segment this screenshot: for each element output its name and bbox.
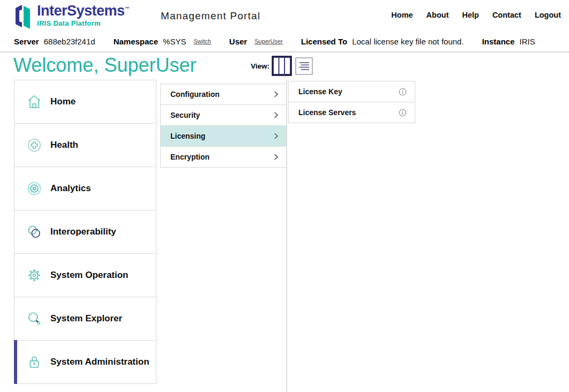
sidebar-item-health[interactable]: Health <box>14 123 156 167</box>
info-icon[interactable] <box>399 88 407 96</box>
column-divider-faint <box>283 168 283 392</box>
list-view-icon <box>295 57 313 75</box>
server-value: 688eb23f241d <box>44 37 95 46</box>
licensing-panel: License Key License Servers <box>288 81 415 123</box>
nav-about-link[interactable]: About <box>426 11 449 19</box>
nav-logout-link[interactable]: Logout <box>535 11 561 19</box>
nav-contact-link[interactable]: Contact <box>492 11 521 19</box>
licensed-to-value: Local license key file not found. <box>352 37 463 46</box>
namespace-value: %SYS <box>163 37 186 46</box>
home-icon <box>26 94 42 110</box>
instance-value: IRIS <box>519 37 535 46</box>
top-nav: Home About Help Contact Logout <box>391 11 561 19</box>
health-icon <box>26 137 42 153</box>
submenu-item-security[interactable]: Security <box>160 104 287 126</box>
sidebar-item-label: Health <box>50 140 78 150</box>
columns-view-icon <box>272 56 292 76</box>
server-info: Server 688eb23f241d <box>14 37 95 46</box>
submenu-item-label: Licensing <box>170 132 205 140</box>
submenu-item-encryption[interactable]: Encryption <box>160 146 287 168</box>
namespace-switch-link[interactable]: Switch <box>193 38 211 44</box>
chevron-right-icon <box>274 91 279 98</box>
view-label: View: <box>251 62 269 70</box>
licensed-to-info: Licensed To Local license key file not f… <box>301 37 464 46</box>
submenu-item-label: Encryption <box>170 153 209 161</box>
brand-subtitle: IRIS Data Platform <box>37 20 130 27</box>
sidebar-item-label: System Administration <box>50 357 149 367</box>
page-title: Management Portal <box>161 10 260 22</box>
chevron-right-icon <box>274 111 279 119</box>
logo-text: InterSystems™ IRIS Data Platform <box>37 4 130 27</box>
nav-home-link[interactable]: Home <box>391 11 413 19</box>
namespace-label: Namespace <box>114 37 158 46</box>
chevron-right-icon <box>274 132 279 140</box>
sidebar-item-label: System Explorer <box>50 313 122 324</box>
column-divider <box>286 80 287 392</box>
user-info: User SuperUser <box>229 37 283 46</box>
info-icon[interactable] <box>399 109 407 117</box>
user-label: User <box>229 37 247 46</box>
user-profile-link[interactable]: SuperUser <box>254 38 283 44</box>
sidebar-item-label: Interoperability <box>50 227 116 237</box>
system-administration-submenu: Configuration Security Licensing Encrypt… <box>160 84 287 168</box>
instance-label: Instance <box>482 37 515 46</box>
brand-trademark: ™ <box>125 6 130 11</box>
intersystems-logo-mark-icon <box>14 4 33 29</box>
chevron-right-icon <box>274 153 279 161</box>
sidebar-item-system-operation[interactable]: System Operation <box>14 253 156 297</box>
sidebar-item-analytics[interactable]: Analytics <box>14 167 156 210</box>
brand-name: InterSystems <box>37 3 125 19</box>
sidebar-item-system-explorer[interactable]: System Explorer <box>14 297 156 341</box>
selected-indicator <box>14 340 17 384</box>
sidebar-item-system-administration[interactable]: System Administration <box>14 340 156 384</box>
nav-help-link[interactable]: Help <box>462 11 478 19</box>
sidebar-item-interoperability[interactable]: Interoperability <box>14 210 156 254</box>
welcome-heading: Welcome, SuperUser <box>13 54 196 77</box>
sidebar-item-home[interactable]: Home <box>14 80 156 124</box>
analytics-icon <box>26 180 42 197</box>
intersystems-logo[interactable]: InterSystems™ IRIS Data Platform <box>14 4 130 29</box>
main-menu: Home Health Analytics <box>14 80 156 384</box>
sidebar-item-label: Analytics <box>50 183 91 194</box>
header-divider <box>0 51 569 52</box>
server-label: Server <box>14 37 39 46</box>
submenu-item-label: Configuration <box>170 90 220 99</box>
submenu-item-label: Security <box>170 111 200 119</box>
panel-item-label: License Servers <box>298 108 356 117</box>
sidebar-item-label: System Operation <box>50 270 129 281</box>
instance-info: Instance IRIS <box>482 37 535 46</box>
system-operation-icon <box>26 267 42 283</box>
panel-item-license-key[interactable]: License Key <box>288 81 415 102</box>
namespace-info: Namespace %SYS Switch <box>114 37 211 46</box>
sidebar-item-label: Home <box>50 96 76 107</box>
submenu-item-licensing[interactable]: Licensing <box>160 125 287 147</box>
interoperability-icon <box>26 224 42 240</box>
licensed-to-label: Licensed To <box>301 37 347 46</box>
view-columns-button[interactable] <box>272 56 292 76</box>
system-explorer-icon <box>26 311 42 327</box>
view-list-button[interactable] <box>295 57 313 75</box>
system-administration-icon <box>26 354 42 370</box>
panel-item-license-servers[interactable]: License Servers <box>288 102 415 123</box>
submenu-item-configuration[interactable]: Configuration <box>160 84 287 105</box>
panel-item-label: License Key <box>298 87 342 96</box>
server-info-bar: Server 688eb23f241d Namespace %SYS Switc… <box>14 33 535 49</box>
